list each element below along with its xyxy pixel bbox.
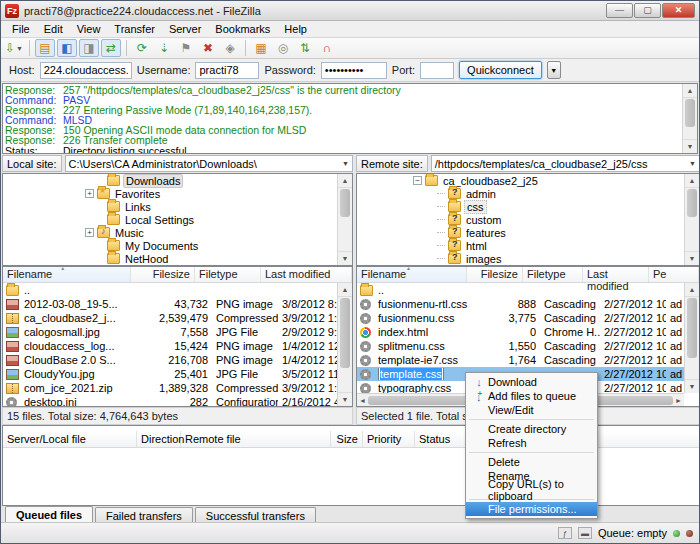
- remote-tree-item-admin[interactable]: admin: [357, 187, 699, 200]
- local-tree-item-downloads[interactable]: Downloads: [3, 174, 352, 187]
- local-tree-scrollbar[interactable]: ▲▼: [337, 174, 352, 265]
- column-header-filename[interactable]: Filename: [3, 267, 131, 282]
- column-header-filetype[interactable]: Filetype: [523, 267, 583, 282]
- remote-tree-toggle[interactable]: ◨: [79, 39, 99, 57]
- password-input[interactable]: [321, 62, 387, 79]
- reconnect-button[interactable]: ◈: [220, 39, 240, 57]
- quickconnect-button[interactable]: Quickconnect: [459, 61, 542, 79]
- collapse-icon[interactable]: −: [413, 176, 422, 185]
- chevron-down-icon[interactable]: ▼: [342, 160, 349, 167]
- table-row[interactable]: calogosmall.jpg7,558JPG File2/9/2012 9:1…: [3, 325, 352, 339]
- remote-tree-item-ca-cloudbase2[interactable]: −ca_cloudbase2_j25: [357, 174, 699, 187]
- table-row[interactable]: com_jce_2021.zip1,389,328Compressed (z..…: [3, 381, 352, 395]
- remote-tree-item-images[interactable]: images: [357, 252, 699, 265]
- menu-item-view-edit[interactable]: View/Edit: [466, 403, 597, 417]
- menu-edit[interactable]: Edit: [37, 22, 70, 36]
- refresh-button[interactable]: ⟳: [132, 39, 152, 57]
- table-row[interactable]: desktop.ini282Configuration ...2/16/2012…: [3, 395, 352, 407]
- table-row[interactable]: fusionmenu.css3,775Cascading ...2/27/201…: [357, 311, 699, 325]
- sync-browsing-button[interactable]: ⇅: [295, 39, 315, 57]
- quickconnect-dropdown[interactable]: ▼: [547, 61, 561, 79]
- chevron-down-icon[interactable]: ▼: [689, 160, 696, 167]
- table-row[interactable]: template-ie7.css1,764Cascading ...2/27/2…: [357, 353, 699, 367]
- host-input[interactable]: [40, 62, 132, 79]
- menu-item-refresh[interactable]: Refresh: [466, 436, 597, 450]
- local-list-scrollbar[interactable]: ▲▼: [337, 283, 352, 406]
- column-header-filename[interactable]: Filename: [357, 267, 467, 282]
- menu-transfer[interactable]: Transfer: [107, 22, 162, 36]
- maximize-button[interactable]: ▢: [634, 3, 661, 18]
- disconnect-button[interactable]: ✖: [198, 39, 218, 57]
- queue-column-priority[interactable]: Priority: [363, 431, 415, 447]
- filter-button[interactable]: ▦: [251, 39, 271, 57]
- queue-column-direction[interactable]: Direction: [137, 431, 181, 447]
- local-file-list: Filename Filesize Filetype Last modified…: [2, 266, 353, 407]
- directory-compare-button[interactable]: ◎: [273, 39, 293, 57]
- menu-item-create-directory[interactable]: Create directory: [466, 422, 597, 436]
- column-header-filesize[interactable]: Filesize: [467, 267, 523, 282]
- remote-tree-scrollbar[interactable]: ▲▼: [684, 174, 699, 265]
- column-header-filesize[interactable]: Filesize: [131, 267, 195, 282]
- queue-column-server-local[interactable]: Server/Local file: [3, 431, 137, 447]
- cancel-operation-button[interactable]: ⚑: [176, 39, 196, 57]
- username-input[interactable]: [195, 62, 259, 79]
- menu-help[interactable]: Help: [277, 22, 314, 36]
- table-row[interactable]: 2012-03-08_19-5...43,732PNG image3/8/201…: [3, 297, 352, 311]
- table-row[interactable]: fusionmenu-rtl.css888Cascading ...2/27/2…: [357, 297, 699, 311]
- log-scrollbar[interactable]: ▲▼: [682, 84, 697, 153]
- local-tree-toggle[interactable]: ◧: [57, 39, 77, 57]
- table-row[interactable]: ..: [357, 283, 699, 297]
- column-header-filetype[interactable]: Filetype: [195, 267, 261, 282]
- rename-input[interactable]: template.css: [378, 368, 444, 380]
- remote-tree-item-custom[interactable]: custom: [357, 213, 699, 226]
- menu-view[interactable]: View: [70, 22, 108, 36]
- menu-item-add-files-to-queue[interactable]: ↓+Add files to queue: [466, 389, 597, 403]
- menu-item-download[interactable]: ↓Download: [466, 375, 597, 389]
- remote-path-combo[interactable]: /httpdocs/templates/ca_cloudbase2_j25/cs…: [431, 155, 700, 172]
- remote-tree-item-css[interactable]: css: [357, 200, 699, 213]
- table-row[interactable]: index.html0Chrome H...2/27/2012 10:5...a…: [357, 325, 699, 339]
- unsynced-folder-icon: [448, 253, 461, 264]
- table-row[interactable]: CloudyYou.jpg25,401JPG File3/5/2012 11:4…: [3, 367, 352, 381]
- close-button[interactable]: ✕: [662, 3, 695, 18]
- column-header-last-modified[interactable]: Last modified: [261, 267, 352, 282]
- menu-bookmarks[interactable]: Bookmarks: [208, 22, 277, 36]
- menu-server[interactable]: Server: [162, 22, 208, 36]
- expand-icon[interactable]: +: [85, 228, 94, 237]
- menu-item-delete[interactable]: Delete: [466, 455, 597, 469]
- remote-tree-item-features[interactable]: features: [357, 226, 699, 239]
- site-manager-button[interactable]: ⇩▼: [4, 39, 24, 57]
- music-folder-icon: [97, 227, 110, 238]
- local-tree-item-local-settings[interactable]: Local Settings: [3, 213, 352, 226]
- speed-limit-icon[interactable]: ƒ: [558, 527, 572, 539]
- remote-list-scrollbar[interactable]: ▲▼: [684, 283, 699, 393]
- find-files-button[interactable]: ∩: [317, 39, 337, 57]
- local-tree-item-nethood[interactable]: NetHood: [3, 252, 352, 265]
- queue-column-remote-file[interactable]: Remote file: [181, 431, 331, 447]
- table-row[interactable]: ..: [3, 283, 352, 297]
- expand-icon[interactable]: +: [85, 189, 94, 198]
- table-row[interactable]: ca_cloudbase2_j...2,539,479Compressed (z…: [3, 311, 352, 325]
- message-log-toggle[interactable]: ▤: [35, 39, 55, 57]
- column-header-permissions[interactable]: Pe: [649, 267, 699, 282]
- port-input[interactable]: [420, 62, 454, 79]
- column-header-last-modified[interactable]: Last modified: [583, 267, 649, 282]
- menu-file[interactable]: File: [5, 22, 37, 36]
- image-file-icon: [6, 341, 19, 352]
- local-tree-item-music[interactable]: +Music: [3, 226, 352, 239]
- local-tree-item-my-documents[interactable]: My Documents: [3, 239, 352, 252]
- process-queue-button[interactable]: ⇣: [154, 39, 174, 57]
- table-row[interactable]: cloudaccess_log...15,424PNG image1/4/201…: [3, 339, 352, 353]
- local-tree-item-favorites[interactable]: +Favorites: [3, 187, 352, 200]
- local-path-combo[interactable]: C:\Users\CA Administrator\Downloads\▼: [65, 155, 353, 172]
- local-tree-item-links[interactable]: Links: [3, 200, 352, 213]
- encryption-icon[interactable]: ▬: [578, 527, 592, 539]
- queue-toggle[interactable]: ⇄: [101, 39, 121, 57]
- minimize-button[interactable]: —: [606, 3, 633, 18]
- remote-tree-item-html[interactable]: html: [357, 239, 699, 252]
- queue-column-size[interactable]: Size: [331, 431, 363, 447]
- table-row[interactable]: CloudBase 2.0 S...216,708PNG image1/4/20…: [3, 353, 352, 367]
- table-row[interactable]: splitmenu.css1,550Cascading ...2/27/2012…: [357, 339, 699, 353]
- menu-item-file-permissions[interactable]: File permissions...: [466, 502, 597, 516]
- menu-item-copy-urls[interactable]: Copy URL(s) to clipboard: [466, 483, 597, 497]
